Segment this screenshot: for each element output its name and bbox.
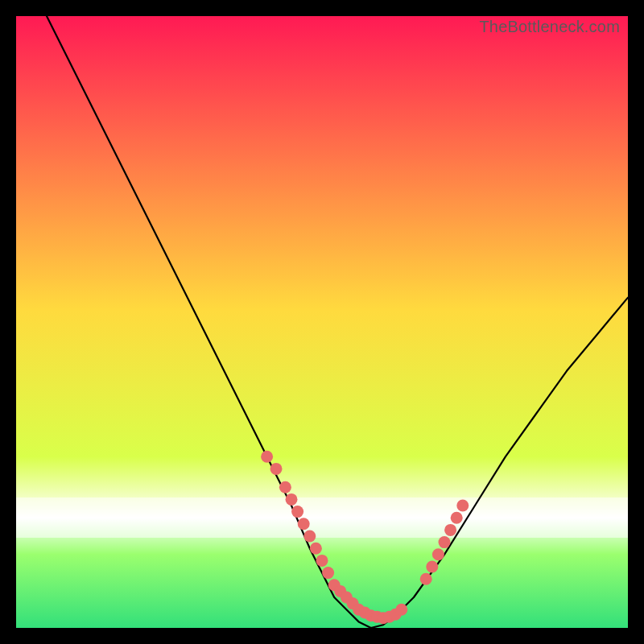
- data-marker: [298, 518, 310, 530]
- data-marker: [286, 493, 298, 506]
- watermark-text: TheBottleneck.com: [479, 18, 620, 36]
- data-marker: [439, 536, 451, 548]
- data-marker: [291, 506, 303, 518]
- data-marker: [303, 530, 316, 543]
- data-marker: [261, 451, 273, 463]
- data-marker: [432, 548, 444, 560]
- chart-frame: TheBottleneck.com: [16, 16, 628, 628]
- data-marker: [270, 463, 283, 475]
- data-marker: [420, 573, 432, 585]
- light-band: [16, 497, 628, 538]
- data-marker: [316, 555, 328, 567]
- data-marker: [456, 500, 469, 512]
- bottleneck-chart: [16, 16, 628, 628]
- data-marker: [322, 567, 334, 579]
- data-marker: [444, 524, 456, 536]
- data-marker: [395, 604, 407, 616]
- data-marker: [451, 512, 463, 524]
- data-marker: [310, 543, 322, 555]
- data-marker: [279, 481, 291, 493]
- chart-svg-wrap: [16, 16, 628, 628]
- data-marker: [426, 561, 438, 573]
